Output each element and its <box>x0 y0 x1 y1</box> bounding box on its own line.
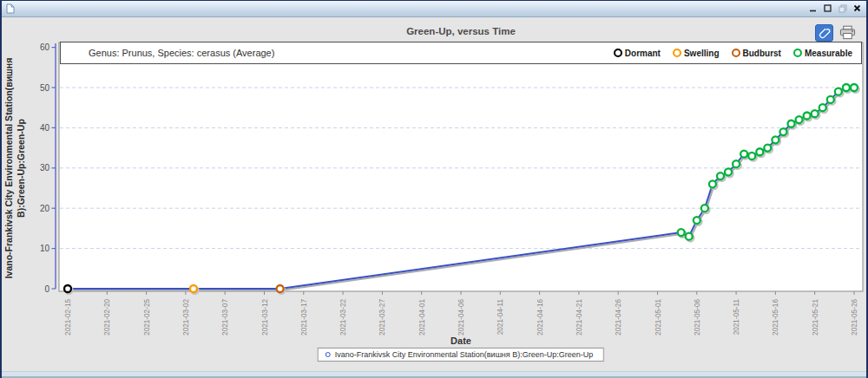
close-button[interactable] <box>852 3 863 14</box>
series-legend-label: Ivano-Frankivsk City Environmental Stati… <box>335 350 593 359</box>
y-axis-title: Ivano-Frankivsk City Environmental Stati… <box>3 42 39 294</box>
data-point-measurable[interactable] <box>779 128 786 135</box>
legend-item-swelling: Swelling <box>673 49 720 58</box>
x-tick-label: 2021-03-22 <box>339 299 347 336</box>
document-icon <box>6 3 15 14</box>
minimize-button[interactable] <box>807 3 819 14</box>
data-point-measurable[interactable] <box>686 233 693 240</box>
application-window: Green-Up, versus Time 01020304050602021-… <box>0 0 868 378</box>
x-tick-label: 2021-05-21 <box>812 299 819 336</box>
data-point-swelling[interactable] <box>190 285 197 292</box>
phase-legend: DormantSwellingBudburstMeasurable <box>614 49 852 58</box>
y-tick-label: 40 <box>40 123 50 133</box>
x-tick-label: 2021-03-27 <box>378 299 386 336</box>
data-point-measurable[interactable] <box>678 229 685 236</box>
print-button[interactable] <box>839 24 856 40</box>
data-point-budburst[interactable] <box>277 285 284 292</box>
data-point-measurable[interactable] <box>788 121 795 127</box>
data-point-measurable[interactable] <box>764 145 771 152</box>
y-tick-label: 60 <box>40 42 50 52</box>
window-bottom-frame <box>2 371 866 378</box>
x-tick-label: 2021-03-17 <box>300 299 308 336</box>
x-tick-label: 2021-04-26 <box>615 299 622 336</box>
paperclip-icon <box>819 27 831 39</box>
data-point-measurable[interactable] <box>851 84 858 91</box>
budburst-marker-icon <box>732 49 740 57</box>
x-tick-label: 2021-05-11 <box>733 299 740 336</box>
series-marker-icon <box>326 352 331 357</box>
chart-title: Green-Up, versus Time <box>59 26 863 36</box>
maximize-button[interactable] <box>822 3 833 14</box>
data-point-measurable[interactable] <box>827 96 834 103</box>
data-point-measurable[interactable] <box>812 110 819 117</box>
x-tick-label: 2021-04-06 <box>457 299 465 336</box>
x-axis-title: Date <box>59 336 863 346</box>
x-tick-label: 2021-03-07 <box>221 299 229 336</box>
x-tick-label: 2021-03-02 <box>182 299 190 336</box>
measurable-marker-icon <box>793 49 802 57</box>
data-point-measurable[interactable] <box>796 116 803 123</box>
legend-item-dormant: Dormant <box>614 49 661 58</box>
data-point-measurable[interactable] <box>748 153 755 160</box>
y-tick-label: 20 <box>40 204 50 213</box>
x-tick-label: 2021-04-11 <box>496 299 504 336</box>
data-point-measurable[interactable] <box>709 180 716 187</box>
y-tick-label: 30 <box>40 163 50 173</box>
x-tick-label: 2021-05-26 <box>851 299 858 336</box>
series-legend: Ivano-Frankivsk City Environmental Stati… <box>318 348 604 362</box>
printer-icon <box>839 25 856 40</box>
swelling-marker-icon <box>673 49 681 57</box>
data-point-measurable[interactable] <box>694 217 700 224</box>
restore-button[interactable] <box>837 3 848 14</box>
x-tick-label: 2021-03-12 <box>261 299 269 336</box>
legend-item-budburst: Budburst <box>732 49 781 58</box>
x-tick-label: 2021-02-15 <box>64 299 72 336</box>
dormant-marker-icon <box>614 49 622 57</box>
x-tick-label: 2021-04-21 <box>575 299 583 336</box>
data-point-measurable[interactable] <box>843 84 850 91</box>
genus-species-annotation: Genus: Prunus, Species: cerasus (Average… <box>89 48 274 58</box>
legend-item-measurable: Measurable <box>793 49 852 58</box>
x-tick-label: 2021-04-01 <box>418 299 426 336</box>
x-tick-label: 2021-05-01 <box>654 299 662 336</box>
y-tick-label: 0 <box>44 284 49 294</box>
data-point-measurable[interactable] <box>819 104 826 111</box>
data-point-measurable[interactable] <box>756 148 763 155</box>
data-point-measurable[interactable] <box>772 136 779 143</box>
data-point-measurable[interactable] <box>835 88 842 95</box>
x-tick-label: 2021-02-20 <box>103 299 111 336</box>
data-point-measurable[interactable] <box>725 168 732 175</box>
attach-button[interactable] <box>815 24 833 42</box>
data-point-measurable[interactable] <box>804 112 811 119</box>
data-point-measurable[interactable] <box>701 205 708 212</box>
x-tick-label: 2021-04-16 <box>536 299 544 336</box>
data-point-measurable[interactable] <box>740 151 747 158</box>
chart-toolbar <box>815 24 856 42</box>
x-tick-label: 2021-05-16 <box>772 299 779 336</box>
data-point-dormant[interactable] <box>64 285 71 292</box>
window-titlebar[interactable] <box>2 1 866 17</box>
x-tick-label: 2021-05-06 <box>694 299 701 336</box>
plot-header-box: Genus: Prunus, Species: cerasus (Average… <box>60 42 862 64</box>
y-tick-label: 10 <box>40 244 50 253</box>
plot-area[interactable] <box>59 42 863 291</box>
data-point-measurable[interactable] <box>717 173 724 179</box>
x-tick-label: 2021-02-25 <box>143 299 151 336</box>
y-tick-label: 50 <box>40 83 50 93</box>
data-point-measurable[interactable] <box>733 160 740 167</box>
